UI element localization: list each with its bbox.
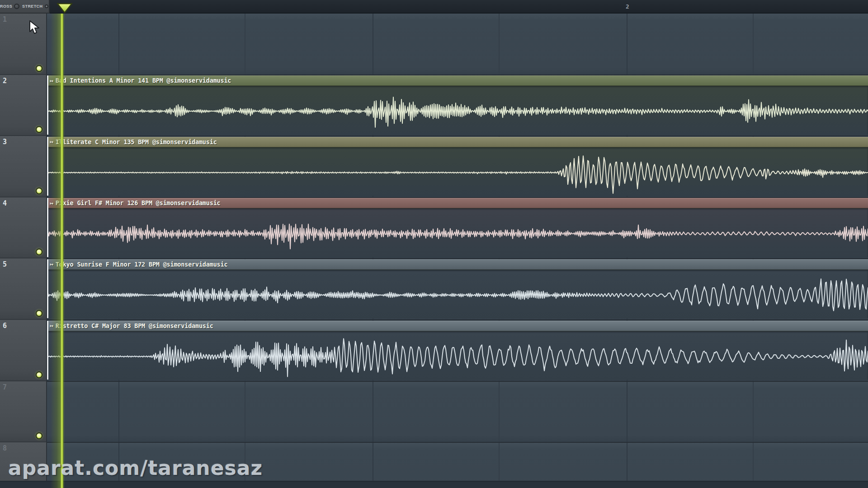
audio-clip-icon: ↦ xyxy=(50,322,53,329)
bar-number-2: 2 xyxy=(623,3,632,10)
clip-body[interactable] xyxy=(48,331,868,380)
clip-title: Bad Intentions A Minor 141 BPM @simonser… xyxy=(56,77,231,84)
audio-clip-icon: ↦ xyxy=(50,200,53,206)
track-led-icon[interactable] xyxy=(36,126,42,133)
track-header-row-4[interactable]: 4 xyxy=(0,197,46,259)
audio-clip[interactable]: ↦Pixie Girl F# Minor 126 BPM @simonservi… xyxy=(48,198,868,257)
clip-left-edge[interactable] xyxy=(47,198,48,257)
track-header-row-3[interactable]: 3 xyxy=(0,136,46,197)
clip-title: Illiterate C Minor 135 BPM @simonservida… xyxy=(56,138,217,145)
mouse-cursor-icon xyxy=(29,20,41,35)
clip-left-edge[interactable] xyxy=(47,137,48,196)
clip-header[interactable]: ↦Bad Intentions A Minor 141 BPM @simonse… xyxy=(48,75,868,86)
audio-waveform xyxy=(48,208,868,257)
track-header-row-6[interactable]: 6 xyxy=(0,320,46,381)
row-separator xyxy=(47,258,868,259)
track-header-row-5[interactable]: 5 xyxy=(0,258,46,320)
track-number: 1 xyxy=(3,15,7,23)
audio-waveform xyxy=(48,270,868,319)
clip-left-edge[interactable] xyxy=(47,321,48,380)
row-separator xyxy=(47,381,868,382)
track-led-icon[interactable] xyxy=(36,371,42,378)
track-led-icon[interactable] xyxy=(36,310,42,317)
track-led-icon[interactable] xyxy=(36,65,42,72)
clip-left-edge[interactable] xyxy=(47,259,48,319)
clip-title: Ristretto C# Major 83 BPM @simonservidam… xyxy=(56,322,213,329)
clip-title: Pixie Girl F# Minor 126 BPM @simonservid… xyxy=(56,199,221,206)
clip-body[interactable] xyxy=(48,270,868,319)
audio-clip[interactable]: ↦Illiterate C Minor 135 BPM @simonservid… xyxy=(48,137,868,196)
audio-clip[interactable]: ↦Bad Intentions A Minor 141 BPM @simonse… xyxy=(48,75,868,135)
timeline-ruler[interactable]: 2 xyxy=(0,0,868,14)
watermark-text: aparat.com/taranesaz xyxy=(8,456,263,479)
row-separator xyxy=(47,442,868,443)
track-number: 4 xyxy=(3,199,7,207)
clip-header[interactable]: ↦Ristretto C# Major 83 BPM @simonservida… xyxy=(48,321,868,331)
playlist-row[interactable] xyxy=(47,381,868,443)
track-number: 7 xyxy=(3,383,7,391)
track-sidebar: 12345678 xyxy=(0,14,47,488)
audio-clip-icon: ↦ xyxy=(50,77,53,84)
row-separator xyxy=(47,197,868,198)
track-number: 6 xyxy=(3,322,7,330)
clip-body[interactable] xyxy=(48,147,868,196)
clip-body[interactable] xyxy=(48,86,868,135)
playlist-row[interactable] xyxy=(47,14,868,75)
audio-clip-icon: ↦ xyxy=(50,138,53,145)
stretch-label: STRETCH xyxy=(22,4,42,9)
track-led-icon[interactable] xyxy=(36,432,42,439)
clip-header[interactable]: ↦Tokyo Sunrise F Minor 172 BPM @simonser… xyxy=(48,259,868,270)
cross-label: ROSS xyxy=(0,4,12,9)
playlist-area[interactable]: ↦Bad Intentions A Minor 141 BPM @simonse… xyxy=(47,14,868,488)
row-separator xyxy=(47,136,868,136)
stretch-indicator-dot-icon[interactable] xyxy=(45,5,48,8)
track-led-icon[interactable] xyxy=(36,249,42,255)
audio-waveform xyxy=(48,147,868,196)
fl-studio-playlist-window: 2 ROSS STRETCH 12345678 ↦Bad Intentions … xyxy=(0,0,868,488)
track-number: 3 xyxy=(3,138,7,146)
track-number: 8 xyxy=(3,444,7,452)
audio-clip[interactable]: ↦Tokyo Sunrise F Minor 172 BPM @simonser… xyxy=(48,259,868,319)
bottom-strip xyxy=(0,481,868,488)
row-separator xyxy=(47,75,868,75)
clip-body[interactable] xyxy=(48,208,868,257)
track-number: 2 xyxy=(3,77,7,85)
audio-waveform xyxy=(48,331,868,380)
clip-header[interactable]: ↦Pixie Girl F# Minor 126 BPM @simonservi… xyxy=(48,198,868,208)
playlist-options-panel: ROSS STRETCH xyxy=(0,0,50,14)
clip-header[interactable]: ↦Illiterate C Minor 135 BPM @simonservid… xyxy=(48,137,868,147)
track-header-row-7[interactable]: 7 xyxy=(0,381,46,443)
track-header-row-2[interactable]: 2 xyxy=(0,75,46,136)
clip-title: Tokyo Sunrise F Minor 172 BPM @simonserv… xyxy=(56,261,228,268)
audio-clip[interactable]: ↦Ristretto C# Major 83 BPM @simonservida… xyxy=(48,321,868,380)
audio-waveform xyxy=(48,86,868,135)
audio-clip-icon: ↦ xyxy=(50,261,53,267)
clip-left-edge[interactable] xyxy=(47,75,48,135)
cross-toggle-knob-icon[interactable] xyxy=(14,4,19,9)
track-led-icon[interactable] xyxy=(36,188,42,194)
row-separator xyxy=(47,319,868,320)
track-number: 5 xyxy=(3,260,7,268)
playhead-marker-icon[interactable] xyxy=(56,2,73,14)
